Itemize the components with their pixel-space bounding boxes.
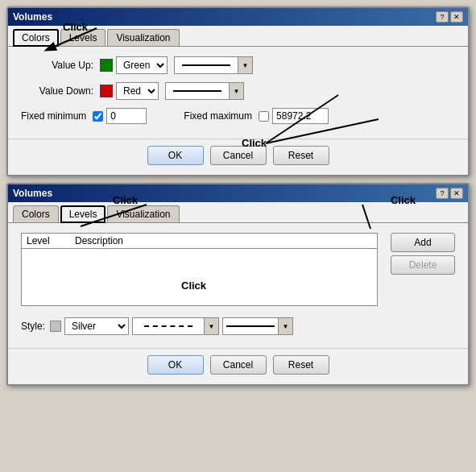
fixed-max-group: Fixed maximum <box>184 108 329 124</box>
levels-header: Level Description <box>22 234 377 249</box>
style-line-1-dropdown[interactable]: ▼ <box>205 317 219 335</box>
fixed-max-input[interactable] <box>272 108 329 124</box>
dialog-1: Click Click Volumes ? ✕ Colors L <box>6 6 470 176</box>
style-line-preview-2 <box>222 317 279 335</box>
fixed-max-checkbox[interactable] <box>259 111 269 122</box>
title-bar-buttons-2: ? ✕ <box>436 188 463 199</box>
levels-side-buttons: Add Delete <box>391 233 455 311</box>
cancel-button-2[interactable]: Cancel <box>210 355 267 375</box>
value-down-label: Value Down: <box>21 85 93 97</box>
tab-visualization-2[interactable]: Visualization <box>107 205 179 222</box>
ok-button-1[interactable]: OK <box>147 146 204 165</box>
fixed-min-group: Fixed minimum <box>21 108 147 124</box>
levels-body <box>22 249 377 305</box>
help-button-2[interactable]: ? <box>436 188 449 199</box>
value-down-line-wrapper: ▼ <box>165 82 244 100</box>
value-down-line-preview <box>165 82 230 100</box>
value-up-line-solid <box>182 64 230 66</box>
ok-button-2[interactable]: OK <box>147 355 204 375</box>
click-annotation-levels: Click <box>113 194 138 206</box>
dialog-1-footer: OK Cancel Reset <box>8 139 468 175</box>
value-down-color-dot <box>100 85 113 97</box>
style-dashed-line <box>144 325 192 327</box>
style-line-preview-1 <box>132 317 205 335</box>
value-up-line-dropdown[interactable]: ▼ <box>238 56 253 74</box>
value-down-line-dropdown[interactable]: ▼ <box>230 82 244 100</box>
dialog-2-footer: OK Cancel Reset <box>8 348 468 384</box>
reset-button-1[interactable]: Reset <box>273 146 329 165</box>
style-line-2-wrapper: ▼ <box>222 317 293 335</box>
value-up-line-wrapper: ▼ <box>174 56 253 74</box>
delete-button[interactable]: Delete <box>391 255 455 275</box>
tab-colors-1[interactable]: Colors <box>13 29 59 47</box>
close-button-2[interactable]: ✕ <box>450 188 463 199</box>
style-color-swatch <box>50 321 61 332</box>
style-line-1-wrapper: ▼ <box>132 317 219 335</box>
add-button[interactable]: Add <box>391 233 455 252</box>
tab-colors-2[interactable]: Colors <box>13 205 59 222</box>
help-button-1[interactable]: ? <box>436 11 449 23</box>
style-solid-line <box>226 325 275 327</box>
tab-levels-2[interactable]: Levels <box>60 205 106 223</box>
dialog-2-body: Level Description Add Delete Style: <box>8 223 468 345</box>
dialog-1-title: Volumes <box>13 11 52 23</box>
value-down-line-solid <box>173 90 221 92</box>
click-annotation-1: Click <box>63 21 88 33</box>
value-up-color-dot <box>100 59 113 72</box>
style-row: Style: Silver ▼ ▼ <box>21 314 455 338</box>
level-col-header: Level <box>27 235 75 246</box>
levels-table: Level Description <box>21 233 378 306</box>
dialog-2: Click Click Click Volumes ? ✕ Colors Lev… <box>6 183 470 386</box>
value-up-color-wrapper: Green <box>100 56 168 74</box>
value-down-color-select[interactable]: Red <box>116 82 159 100</box>
title-bar-buttons-1: ? ✕ <box>436 11 463 23</box>
levels-table-area: Level Description <box>21 233 378 311</box>
value-up-line-preview <box>174 56 238 74</box>
dialog-1-body: Value Up: Green ▼ Value Down: <box>8 47 468 135</box>
main-wrapper: Click Click Volumes ? ✕ Colors L <box>0 6 476 386</box>
click-annotation-add: Click <box>391 194 416 206</box>
fixed-min-label: Fixed minimum <box>21 110 86 122</box>
dialog-2-title: Volumes <box>13 188 52 199</box>
value-up-row: Value Up: Green ▼ <box>21 56 455 74</box>
style-label: Style: <box>21 321 45 332</box>
fixed-min-checkbox[interactable] <box>93 111 103 122</box>
value-up-color-select[interactable]: Green <box>116 56 168 74</box>
desc-col-header: Description <box>75 235 372 246</box>
style-line-2-dropdown[interactable]: ▼ <box>279 317 293 335</box>
value-down-color-wrapper: Red <box>100 82 159 100</box>
fixed-max-label: Fixed maximum <box>184 110 252 122</box>
value-down-row: Value Down: Red ▼ <box>21 82 455 100</box>
value-up-label: Value Up: <box>21 60 93 71</box>
tab-visualization-1[interactable]: Visualization <box>107 29 179 46</box>
fixed-min-input[interactable] <box>106 108 147 124</box>
close-button-1[interactable]: ✕ <box>450 11 463 23</box>
click-annotation-2: Click <box>242 137 267 149</box>
fixed-row: Fixed minimum Fixed maximum <box>21 108 455 124</box>
levels-main: Level Description Add Delete <box>21 233 455 311</box>
reset-button-2[interactable]: Reset <box>273 355 329 375</box>
click-annotation-style: Click <box>181 279 206 292</box>
style-color-select[interactable]: Silver <box>64 317 129 335</box>
